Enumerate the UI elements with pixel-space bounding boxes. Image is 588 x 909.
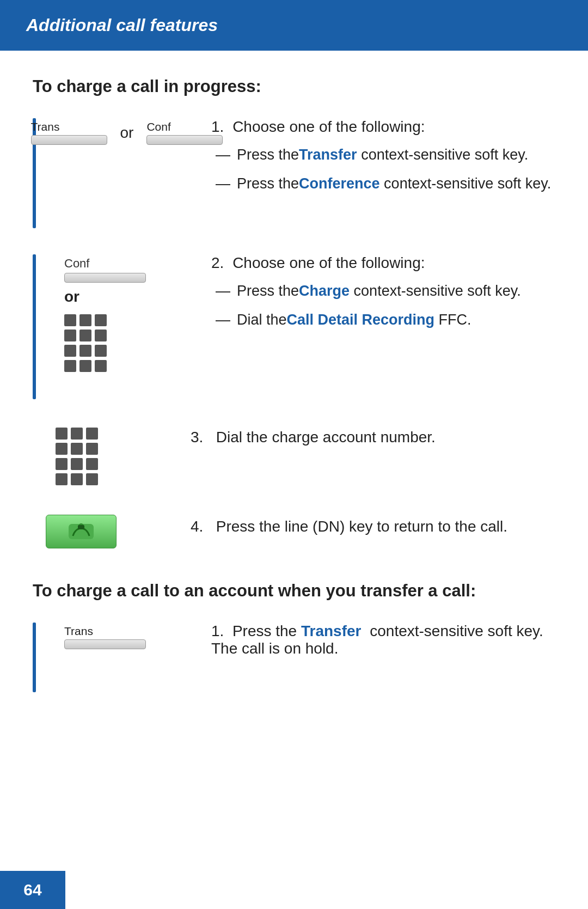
transfer-link-1: Transfer [299, 144, 357, 166]
step2-bullet-2: Dial the Call Detail Recording FFC. [216, 309, 555, 331]
section2-step1-number: 1. Press the Transfer context-sensitive … [211, 623, 555, 657]
step2-bullets: Press the Charge context-sensitive soft … [216, 280, 555, 331]
step1-block: Trans or Conf 1. Choose one of the follo… [33, 118, 555, 228]
step4-block: 4. Press the line (DN) key to return to … [33, 513, 555, 548]
step1-visual: Trans or Conf [53, 118, 211, 145]
key-dot [71, 428, 83, 440]
section2-step1-text: 1. Press the Transfer context-sensitive … [211, 623, 555, 666]
key-dot [86, 458, 98, 470]
key-dot [71, 443, 83, 455]
step2-vertical-bar [33, 254, 36, 399]
key-dot [56, 458, 68, 470]
step2-content: Conf or [53, 254, 555, 399]
key-dot [86, 443, 98, 455]
trans-conf-key-row: Trans or Conf [31, 120, 223, 145]
step2-visual: Conf or [53, 254, 211, 373]
key-dot [56, 473, 68, 485]
key-dot [79, 360, 91, 372]
page-title: Additional call features [26, 15, 562, 35]
or-label-2: or [64, 288, 79, 306]
section1-heading: To charge a call in progress: [33, 77, 555, 96]
step1-row: Trans or Conf 1. Choose one of the follo… [53, 118, 555, 202]
key-dot [64, 314, 76, 326]
step1-bullet-1: Press the Transfer context-sensitive sof… [216, 144, 555, 166]
section2-vertical-bar [33, 623, 36, 692]
step3-desc: Dial the charge account number. [216, 429, 436, 446]
step2-row: Conf or [53, 254, 555, 373]
step2-number: 2. Choose one of the following: [211, 254, 555, 272]
trans-visual: Trans [31, 120, 107, 145]
step2-text: 2. Choose one of the following: Press th… [211, 254, 555, 338]
conference-link-1: Conference [299, 173, 380, 194]
key-dot [56, 443, 68, 455]
or-label-1: or [120, 124, 134, 142]
step3-visual [33, 425, 191, 486]
line-key-button[interactable] [46, 515, 117, 548]
step1-bullets: Press the Transfer context-sensitive sof… [216, 144, 555, 194]
section2-content: Trans 1. Press the Transfer context-sens… [53, 623, 555, 692]
step3-block: 3. Dial the charge account number. [33, 425, 555, 486]
section2-step1-block: Trans 1. Press the Transfer context-sens… [33, 623, 555, 692]
key-dot [86, 473, 98, 485]
key-dot [71, 458, 83, 470]
keypad-grid-step3 [56, 428, 99, 486]
step4-text: 4. Press the line (DN) key to return to … [191, 513, 555, 535]
conf-label-2: Conf [64, 257, 89, 271]
trans-button-s2[interactable] [64, 639, 146, 649]
key-dot [79, 345, 91, 357]
svg-rect-2 [78, 525, 84, 529]
step1-content: Trans or Conf 1. Choose one of the follo… [53, 118, 555, 228]
cdr-link: Call Detail Recording [287, 309, 435, 331]
section2-step1-row: Trans 1. Press the Transfer context-sens… [53, 623, 555, 666]
footer: 64 [0, 871, 65, 909]
step3-text: 3. Dial the charge account number. [191, 425, 555, 446]
transfer-link-s2: Transfer [301, 623, 362, 639]
key-dot [95, 345, 107, 357]
key-dot [56, 428, 68, 440]
trans-button[interactable] [31, 135, 107, 145]
step3-number: 3. [191, 429, 212, 446]
step2-bullet-1: Press the Charge context-sensitive soft … [216, 280, 555, 302]
step4-visual [33, 513, 191, 548]
step1-number: 1. Choose one of the following: [211, 118, 555, 136]
key-dot [95, 314, 107, 326]
header-bar: Additional call features [0, 0, 588, 51]
key-dot [64, 345, 76, 357]
trans-label-s2: Trans [64, 625, 93, 638]
conf-label-1: Conf [146, 120, 170, 133]
key-dot [79, 314, 91, 326]
charge-link: Charge [299, 280, 350, 302]
conf-button-2[interactable] [64, 273, 146, 283]
page-number: 64 [23, 881, 41, 899]
key-dot [95, 330, 107, 341]
keypad-grid-step2 [64, 314, 108, 373]
key-dot [64, 360, 76, 372]
step2-block: Conf or [33, 254, 555, 399]
step1-bullet-2: Press the Conference context-sensitive s… [216, 173, 555, 194]
step4-desc: Press the line (DN) key to return to the… [216, 518, 507, 535]
step4-number: 4. [191, 518, 212, 535]
key-dot [86, 428, 98, 440]
trans-label: Trans [31, 120, 60, 133]
section2-heading: To charge a call to an account when you … [33, 581, 555, 601]
phone-icon [68, 521, 95, 542]
key-dot [95, 360, 107, 372]
page-content: To charge a call in progress: Trans or C… [0, 51, 588, 773]
key-dot [71, 473, 83, 485]
key-dot [79, 330, 91, 341]
step1-text: 1. Choose one of the following: Press th… [211, 118, 555, 202]
section2-step1-visual: Trans [53, 623, 211, 649]
key-dot [64, 330, 76, 341]
